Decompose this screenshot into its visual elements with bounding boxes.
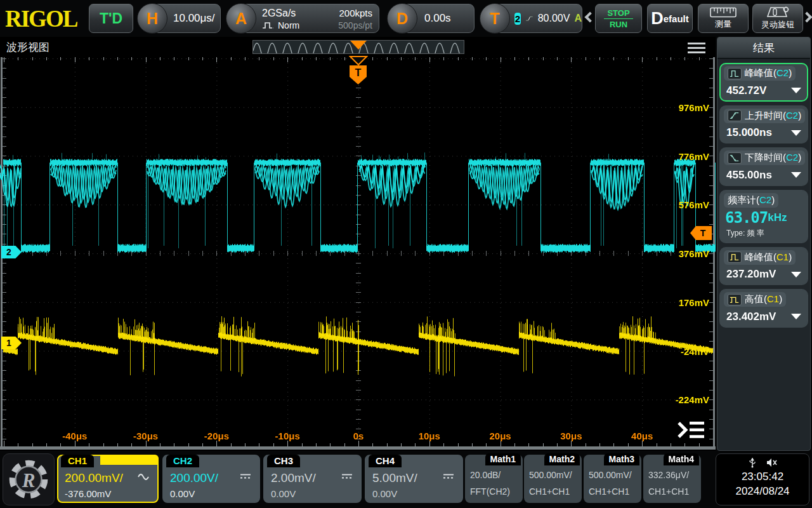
results-list: 峰峰值(C2)452.72V上升时间(C2)15.000ns下降时间(C2)45… [717,63,810,328]
measurement-value: 23.402mV [724,307,804,324]
channel-offset: -376.00mV [65,488,111,499]
results-panel: 结果 峰峰值(C2)452.72V上升时间(C2)15.000ns下降时间(C2… [717,37,811,451]
waveform-panel: 波形视图 T 2 1 T 976mV776mV576mV376mV176mV-2… [0,37,716,451]
measurement-card-3[interactable]: 下降时间(C2)455.00ns [719,147,808,186]
dropdown-arrow-icon[interactable] [791,314,801,319]
counter-type: Type: 频 率 [724,227,804,239]
math-scale: 500.00mV/ [529,470,572,480]
channel-card-ch1[interactable]: CH1200.00mV/-376.00mV [57,455,159,503]
sample-resolution: 500ps/pt [338,20,372,30]
x-tick-label: 10μs [419,431,440,441]
rigol-emblem-button[interactable]: R [3,453,55,505]
channel-scale: 2.00mV/ [271,471,316,485]
delay-knob[interactable]: D [387,3,417,34]
dc-coupling-icon [240,473,251,479]
selected-strip [100,455,159,465]
measurement-label: 高值(C1) [724,292,786,307]
math-expression: CH1+CH1 [529,486,570,497]
default-label-rest: efault [664,13,689,24]
x-tick-label: 40μs [631,431,653,441]
measurement-value: 455.00ns [724,166,804,182]
preview-trigger-marker[interactable] [350,41,367,50]
trigger-sweep-mode: A [574,13,582,24]
horizontal-knob[interactable]: H [137,3,167,34]
x-tick-label: -30μs [133,431,158,441]
default-button[interactable]: Default [647,4,693,33]
math-card-1[interactable]: Math120.0dB/FFT(CH2) [465,455,523,503]
math-card-4[interactable]: Math4332.36μV/CH1+CH1 [643,455,701,503]
dropdown-arrow-icon[interactable] [791,172,801,178]
measurement-card-1[interactable]: 峰峰值(C2)452.72V [719,63,808,102]
sample-rate: 2GSa/s [262,8,296,19]
trigger-status-button[interactable]: T'D [89,4,133,33]
svg-text:R: R [22,469,36,491]
trigger-source-badge: 2 [514,13,521,25]
rising-edge-icon [525,11,534,25]
waveform-view-title: 波形视图 [6,40,49,55]
channel-offset: 0.00V [372,488,397,499]
measurement-card-2[interactable]: 上升时间(C2)15.000ns [719,105,808,144]
measurement-label: 峰峰值(C2) [724,66,796,81]
smart-knob-icon [765,6,790,18]
smart-knob-button[interactable]: 灵动旋钮 [752,4,803,33]
stop-run-button[interactable]: STOP RUN [595,4,642,33]
math-tab: Math1 [485,453,521,465]
y-tick-label: -224mV [676,394,709,405]
waveform-display[interactable] [0,57,716,451]
header-bar: RIGOL T'D H 10.00μs/ A 2GSa/s 200kpts No… [0,0,812,37]
clock-card[interactable]: 23:05:42 2024/08/24 [716,453,809,505]
measurement-card-5[interactable]: 峰峰值(C1)237.20mV [719,247,808,286]
speaker-muted-icon [766,457,778,468]
math-card-2[interactable]: Math2500.00mV/CH1+CH1 [524,455,582,503]
measurement-card-4[interactable]: 频率计(C2)63.07kHzType: 频 率 [719,190,808,243]
y-tick-label: -24mV [681,345,709,356]
math-card-3[interactable]: Math3500.00mV/CH1+CH1 [584,455,641,503]
side-menu-icon[interactable] [675,419,705,442]
math-tab: Math3 [604,453,639,465]
chevron-left-icon[interactable] [585,12,596,23]
trigger-knob[interactable]: T [480,3,510,34]
waveform-preview-bar[interactable] [252,40,464,54]
peak-to-peak-icon [728,68,742,79]
hamburger-menu-icon[interactable] [688,43,705,56]
math-scale: 500.00mV/ [589,470,632,480]
channel-tab: CH2 [166,455,199,467]
gear-logo-icon: R [6,457,51,502]
acquire-knob[interactable]: A [226,3,256,34]
measure-label: 测量 [715,18,731,30]
rise-time-icon [728,110,742,121]
dropdown-arrow-icon[interactable] [791,272,801,277]
usb-icon [748,457,757,468]
dropdown-arrow-icon[interactable] [791,130,801,136]
y-tick-label: 976mV [679,102,709,112]
channel-scale: 5.00mV/ [372,471,417,485]
measure-button[interactable]: 测量 [698,4,749,33]
y-tick-label: 576mV [679,199,709,210]
x-tick-label: -40μs [62,431,87,441]
trigger-position-marker[interactable] [349,56,368,66]
ac-coupling-icon [137,473,150,481]
x-tick-label: 0s [353,431,364,441]
channel-offset: 0.00V [170,488,195,499]
measurement-label: 峰峰值(C1) [724,250,796,265]
dropdown-arrow-icon[interactable] [791,88,801,93]
y-tick-label: 776mV [679,150,709,161]
channel-tab: CH3 [267,455,300,467]
dc-coupling-icon [443,473,454,479]
measurement-card-6[interactable]: 高值(C1)23.402mV [719,289,808,328]
measurement-label: 频率计(C2) [724,193,778,208]
math-tab: Math4 [664,453,699,465]
acquire-info[interactable]: 2GSa/s 200kpts Norm 500ps/pt [241,4,379,33]
acquire-mode: Norm [278,20,299,30]
ruler-icon [710,7,737,18]
channel-card-ch3[interactable]: CH32.00mV/0.00V [263,455,362,503]
channel-scale: 200.00V/ [170,471,218,485]
channel-tab: CH4 [369,455,402,467]
trigger-level-value: 80.00V [538,13,570,24]
channel-card-ch4[interactable]: CH45.00mV/0.00V [365,455,463,503]
counter-value: 63.07kHz [724,208,804,227]
math-expression: FFT(CH2) [470,486,510,497]
channel-card-ch2[interactable]: CH2200.00V/0.00V [162,455,260,503]
measurement-value: 452.72V [724,81,804,98]
math-scale: 332.36μV/ [648,470,689,480]
